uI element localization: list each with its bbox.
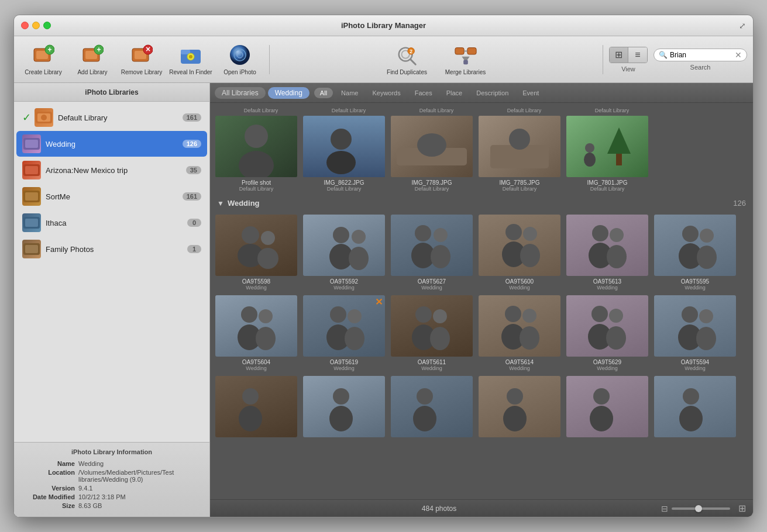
photo-oa9t5629[interactable]: OA9T5629 Wedding: [566, 295, 649, 371]
search-clear-icon[interactable]: ✕: [735, 50, 742, 60]
photo-item-profile-shot[interactable]: Profile shot Default Library: [215, 116, 298, 192]
search-input[interactable]: [670, 51, 728, 59]
create-library-button[interactable]: + Create Library: [20, 40, 67, 80]
sidebar-item-arizona[interactable]: Arizona:New Mexico trip 35: [16, 157, 207, 183]
sidebar-item-default-library[interactable]: ✓ Default Library 161: [16, 105, 207, 130]
minimize-button[interactable]: [32, 22, 40, 29]
sidebar-item-sortme[interactable]: SortMe 161: [16, 184, 207, 209]
zoom-button[interactable]: [43, 22, 51, 29]
photo-count: 484 photos: [217, 505, 661, 513]
photo-name-oa9t5611: OA9T5611: [418, 359, 446, 365]
remove-library-button[interactable]: × Remove Library: [118, 40, 165, 80]
filter-place[interactable]: Place: [441, 88, 469, 98]
wedding-library-icon: [22, 134, 41, 153]
svg-text:2: 2: [410, 49, 412, 54]
tab-all-libraries[interactable]: All Libraries: [215, 87, 266, 99]
sidebar-item-family-photos[interactable]: Family Photos 1: [16, 236, 207, 262]
photo-oa9t5592[interactable]: OA9T5592 Wedding: [302, 215, 386, 291]
photo-row3-5[interactable]: [566, 376, 649, 440]
photo-item-img7789[interactable]: IMG_7789.JPG Default Library: [390, 116, 473, 192]
reveal-in-finder-button[interactable]: Reveal In Finder: [167, 40, 214, 80]
svg-point-130: [413, 406, 436, 431]
info-name-row: Name Wedding: [22, 460, 201, 467]
dl-label-4: Default Library: [483, 108, 566, 113]
svg-point-48: [331, 129, 352, 150]
photo-row3-4[interactable]: [478, 376, 561, 440]
photo-oa9t5595[interactable]: OA9T5595 Wedding: [654, 215, 737, 291]
sortme-library-count: 161: [183, 192, 201, 201]
photo-source-oa9t5611: Wedding: [421, 365, 442, 371]
list-view-btn[interactable]: ≡: [628, 47, 647, 63]
photo-oa9t5619[interactable]: ✕ OA9T5619 Wedding: [302, 295, 386, 371]
photo-item-img7801[interactable]: IMG_7801.JPG Default Library: [566, 116, 649, 192]
library-info-title: iPhoto Library Information: [22, 448, 201, 455]
merge-libraries-label: Merge Libraries: [445, 69, 486, 76]
family-library-name: Family Photos: [46, 245, 183, 254]
find-duplicates-icon: 2: [395, 43, 419, 67]
search-box[interactable]: 🔍 ✕: [654, 49, 747, 61]
sidebar-header: iPhoto Libraries: [14, 83, 209, 102]
add-library-button[interactable]: + Add Library: [69, 40, 116, 80]
filter-description[interactable]: Description: [470, 88, 514, 98]
close-button[interactable]: [21, 22, 29, 29]
find-duplicates-button[interactable]: 2 Find Duplicates: [384, 40, 431, 80]
photo-item-img7785[interactable]: IMG_7785.JPG Default Library: [478, 116, 561, 192]
photo-row3-3[interactable]: [390, 376, 473, 440]
info-size-label: Size: [22, 502, 75, 509]
photo-name-oa9t5604: OA9T5604: [242, 359, 270, 365]
photo-oa9t5627[interactable]: OA9T5627 Wedding: [390, 215, 473, 291]
photo-source-oa9t5600: Wedding: [509, 285, 529, 291]
window-title: iPhoto Library Manager: [341, 21, 426, 30]
filter-event[interactable]: Event: [517, 88, 545, 98]
svg-rect-41: [25, 245, 38, 253]
filter-name[interactable]: Name: [335, 88, 364, 98]
svg-rect-57: [566, 116, 648, 177]
photo-oa9t5611[interactable]: OA9T5611 Wedding: [390, 295, 473, 371]
photo-name-img7785: IMG_7785.JPG: [500, 179, 540, 186]
traffic-lights: [21, 22, 51, 29]
photo-thumb-profile: [215, 116, 297, 177]
wedding-chevron[interactable]: ▼: [217, 199, 224, 208]
grid-view-btn[interactable]: ⊞: [610, 47, 628, 63]
svg-rect-37: [25, 192, 38, 201]
arizona-library-count: 35: [186, 166, 201, 174]
photo-row3-2[interactable]: [302, 376, 386, 440]
zoom-out-icon[interactable]: ⊟: [661, 504, 668, 513]
svg-point-133: [503, 406, 527, 431]
photo-oa9t5600[interactable]: OA9T5600 Wedding: [478, 215, 561, 291]
photo-oa9t5614[interactable]: OA9T5614 Wedding: [478, 295, 561, 371]
merge-libraries-button[interactable]: Merge Libraries: [442, 40, 489, 80]
grid-size-icon[interactable]: ⊞: [738, 503, 746, 514]
thumb-oa9t5600: [479, 215, 560, 276]
thumb-oa9t5598: [215, 215, 297, 276]
photo-oa9t5613[interactable]: OA9T5613 Wedding: [566, 215, 649, 291]
photo-item-img8622[interactable]: IMG_8622.JPG Default Library: [302, 116, 386, 192]
view-toggle[interactable]: ⊞ ≡: [609, 47, 648, 63]
photo-oa9t5604[interactable]: OA9T5604 Wedding: [215, 295, 298, 371]
photo-row3-6[interactable]: [654, 376, 737, 440]
main-window: iPhoto Library Manager ⤢ + Create Librar…: [13, 15, 754, 517]
default-library-labels: Default Library Default Library Default …: [215, 108, 748, 113]
sidebar-item-ithaca[interactable]: Ithaca 0: [16, 210, 207, 236]
zoom-slider[interactable]: [672, 507, 730, 510]
sidebar-item-wedding[interactable]: Wedding 126: [16, 131, 207, 157]
default-library-count: 161: [183, 113, 201, 122]
dl-label-2: Default Library: [307, 108, 390, 113]
photo-grid-scroll[interactable]: Default Library Default Library Default …: [210, 103, 753, 499]
photo-name-img7801: IMG_7801.JPG: [587, 179, 628, 186]
photo-row3-1[interactable]: [215, 376, 298, 440]
expand-icon[interactable]: ⤢: [739, 21, 746, 30]
thumb-row3-1: [215, 376, 297, 437]
family-library-count: 1: [187, 245, 201, 253]
svg-point-103: [415, 306, 432, 323]
photo-oa9t5594[interactable]: OA9T5594 Wedding: [654, 295, 737, 371]
photo-source-oa9t5594: Wedding: [685, 365, 705, 371]
filter-keywords[interactable]: Keywords: [366, 88, 406, 98]
photo-oa9t5598[interactable]: OA9T5598 Wedding: [215, 215, 298, 291]
filter-all[interactable]: All: [314, 88, 333, 98]
photo-source-img7801: Default Library: [590, 186, 625, 192]
open-iphoto-button[interactable]: Open iPhoto: [216, 40, 263, 80]
filter-faces[interactable]: Faces: [409, 88, 438, 98]
tab-wedding[interactable]: Wedding: [268, 87, 309, 99]
svg-point-124: [239, 406, 262, 431]
